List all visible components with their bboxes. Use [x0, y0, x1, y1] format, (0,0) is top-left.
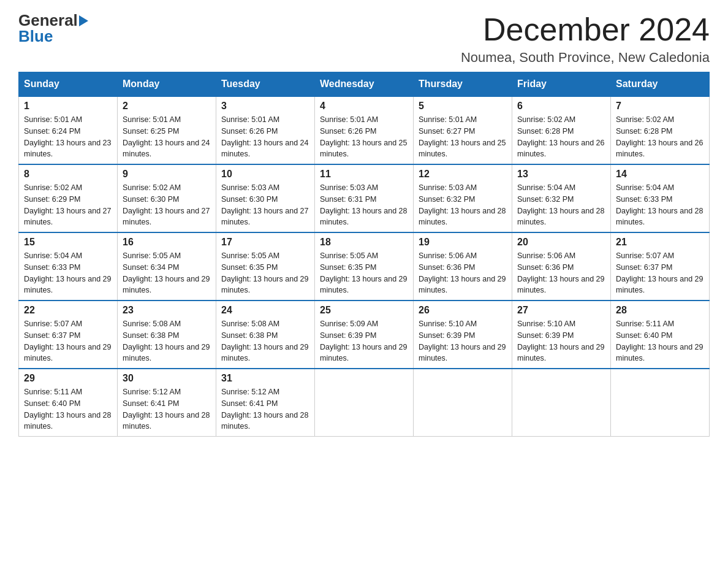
day-number: 22 [24, 305, 112, 316]
day-cell: 4Sunrise: 5:01 AMSunset: 6:26 PMDaylight… [315, 96, 414, 164]
day-sun-info: Sunrise: 5:03 AMSunset: 6:32 PMDaylight:… [419, 182, 507, 228]
page-header: General Blue December 2024 Noumea, South… [18, 12, 710, 66]
day-cell: 24Sunrise: 5:08 AMSunset: 6:38 PMDayligh… [216, 301, 315, 369]
calendar-week-row: 1Sunrise: 5:01 AMSunset: 6:24 PMDaylight… [19, 96, 710, 164]
day-sun-info: Sunrise: 5:04 AMSunset: 6:33 PMDaylight:… [24, 250, 112, 296]
day-sun-info: Sunrise: 5:12 AMSunset: 6:41 PMDaylight:… [123, 386, 211, 432]
day-number: 19 [419, 237, 507, 248]
day-sun-info: Sunrise: 5:01 AMSunset: 6:26 PMDaylight:… [320, 114, 408, 160]
empty-day-cell [315, 369, 414, 437]
day-cell: 27Sunrise: 5:10 AMSunset: 6:39 PMDayligh… [512, 301, 611, 369]
day-cell: 8Sunrise: 5:02 AMSunset: 6:29 PMDaylight… [19, 164, 118, 232]
day-number: 2 [123, 101, 211, 112]
calendar-week-row: 8Sunrise: 5:02 AMSunset: 6:29 PMDaylight… [19, 164, 710, 232]
day-number: 10 [221, 169, 309, 180]
day-sun-info: Sunrise: 5:08 AMSunset: 6:38 PMDaylight:… [123, 318, 211, 364]
day-cell: 7Sunrise: 5:02 AMSunset: 6:28 PMDaylight… [611, 96, 710, 164]
day-cell: 23Sunrise: 5:08 AMSunset: 6:38 PMDayligh… [118, 301, 216, 369]
day-cell: 2Sunrise: 5:01 AMSunset: 6:25 PMDaylight… [118, 96, 216, 164]
logo-general-text: General [18, 12, 78, 28]
day-cell: 20Sunrise: 5:06 AMSunset: 6:36 PMDayligh… [512, 232, 611, 301]
day-sun-info: Sunrise: 5:10 AMSunset: 6:39 PMDaylight:… [419, 318, 507, 364]
day-cell: 19Sunrise: 5:06 AMSunset: 6:36 PMDayligh… [414, 232, 512, 301]
calendar-week-row: 29Sunrise: 5:11 AMSunset: 6:40 PMDayligh… [19, 369, 710, 437]
logo-blue-text: Blue [18, 27, 53, 45]
logo-arrow-icon [79, 15, 88, 26]
day-sun-info: Sunrise: 5:11 AMSunset: 6:40 PMDaylight:… [616, 318, 704, 364]
day-number: 30 [123, 373, 211, 384]
day-number: 29 [24, 373, 112, 384]
day-sun-info: Sunrise: 5:01 AMSunset: 6:27 PMDaylight:… [419, 114, 507, 160]
day-number: 21 [616, 237, 704, 248]
day-cell: 26Sunrise: 5:10 AMSunset: 6:39 PMDayligh… [414, 301, 512, 369]
day-number: 7 [616, 101, 704, 112]
day-number: 13 [517, 169, 605, 180]
logo: General Blue [18, 12, 88, 44]
col-tuesday: Tuesday [216, 72, 315, 97]
day-sun-info: Sunrise: 5:07 AMSunset: 6:37 PMDaylight:… [24, 318, 112, 364]
day-cell: 31Sunrise: 5:12 AMSunset: 6:41 PMDayligh… [216, 369, 315, 437]
day-number: 23 [123, 305, 211, 316]
day-sun-info: Sunrise: 5:04 AMSunset: 6:32 PMDaylight:… [517, 182, 605, 228]
col-thursday: Thursday [414, 72, 512, 97]
day-number: 31 [221, 373, 309, 384]
day-number: 8 [24, 169, 112, 180]
empty-day-cell [611, 369, 710, 437]
day-cell: 16Sunrise: 5:05 AMSunset: 6:34 PMDayligh… [118, 232, 216, 301]
day-number: 26 [419, 305, 507, 316]
day-cell: 3Sunrise: 5:01 AMSunset: 6:26 PMDaylight… [216, 96, 315, 164]
month-year-title: December 2024 [461, 12, 710, 47]
day-cell: 13Sunrise: 5:04 AMSunset: 6:32 PMDayligh… [512, 164, 611, 232]
col-wednesday: Wednesday [315, 72, 414, 97]
day-sun-info: Sunrise: 5:07 AMSunset: 6:37 PMDaylight:… [616, 250, 704, 296]
day-cell: 1Sunrise: 5:01 AMSunset: 6:24 PMDaylight… [19, 96, 118, 164]
calendar-week-row: 15Sunrise: 5:04 AMSunset: 6:33 PMDayligh… [19, 232, 710, 301]
day-number: 4 [320, 101, 408, 112]
day-cell: 28Sunrise: 5:11 AMSunset: 6:40 PMDayligh… [611, 301, 710, 369]
day-sun-info: Sunrise: 5:02 AMSunset: 6:28 PMDaylight:… [616, 114, 704, 160]
day-sun-info: Sunrise: 5:02 AMSunset: 6:29 PMDaylight:… [24, 182, 112, 228]
day-number: 3 [221, 101, 309, 112]
day-sun-info: Sunrise: 5:06 AMSunset: 6:36 PMDaylight:… [419, 250, 507, 296]
day-sun-info: Sunrise: 5:01 AMSunset: 6:24 PMDaylight:… [24, 114, 112, 160]
day-sun-info: Sunrise: 5:05 AMSunset: 6:35 PMDaylight:… [320, 250, 408, 296]
day-number: 14 [616, 169, 704, 180]
day-cell: 11Sunrise: 5:03 AMSunset: 6:31 PMDayligh… [315, 164, 414, 232]
day-cell: 25Sunrise: 5:09 AMSunset: 6:39 PMDayligh… [315, 301, 414, 369]
day-number: 16 [123, 237, 211, 248]
day-number: 11 [320, 169, 408, 180]
day-cell: 6Sunrise: 5:02 AMSunset: 6:28 PMDaylight… [512, 96, 611, 164]
day-sun-info: Sunrise: 5:01 AMSunset: 6:26 PMDaylight:… [221, 114, 309, 160]
day-number: 28 [616, 305, 704, 316]
day-number: 25 [320, 305, 408, 316]
location-subtitle: Noumea, South Province, New Caledonia [461, 50, 710, 66]
day-cell: 14Sunrise: 5:04 AMSunset: 6:33 PMDayligh… [611, 164, 710, 232]
day-sun-info: Sunrise: 5:01 AMSunset: 6:25 PMDaylight:… [123, 114, 211, 160]
calendar-header-row: Sunday Monday Tuesday Wednesday Thursday… [19, 72, 710, 97]
day-cell: 22Sunrise: 5:07 AMSunset: 6:37 PMDayligh… [19, 301, 118, 369]
day-sun-info: Sunrise: 5:08 AMSunset: 6:38 PMDaylight:… [221, 318, 309, 364]
calendar-week-row: 22Sunrise: 5:07 AMSunset: 6:37 PMDayligh… [19, 301, 710, 369]
col-saturday: Saturday [611, 72, 710, 97]
day-cell: 9Sunrise: 5:02 AMSunset: 6:30 PMDaylight… [118, 164, 216, 232]
title-block: December 2024 Noumea, South Province, Ne… [461, 12, 710, 66]
col-sunday: Sunday [19, 72, 118, 97]
day-number: 5 [419, 101, 507, 112]
day-sun-info: Sunrise: 5:02 AMSunset: 6:30 PMDaylight:… [123, 182, 211, 228]
day-cell: 15Sunrise: 5:04 AMSunset: 6:33 PMDayligh… [19, 232, 118, 301]
day-number: 9 [123, 169, 211, 180]
day-sun-info: Sunrise: 5:04 AMSunset: 6:33 PMDaylight:… [616, 182, 704, 228]
day-number: 6 [517, 101, 605, 112]
day-cell: 30Sunrise: 5:12 AMSunset: 6:41 PMDayligh… [118, 369, 216, 437]
day-sun-info: Sunrise: 5:02 AMSunset: 6:28 PMDaylight:… [517, 114, 605, 160]
empty-day-cell [414, 369, 512, 437]
day-cell: 18Sunrise: 5:05 AMSunset: 6:35 PMDayligh… [315, 232, 414, 301]
calendar-table: Sunday Monday Tuesday Wednesday Thursday… [18, 72, 710, 437]
day-cell: 5Sunrise: 5:01 AMSunset: 6:27 PMDaylight… [414, 96, 512, 164]
day-sun-info: Sunrise: 5:12 AMSunset: 6:41 PMDaylight:… [221, 386, 309, 432]
day-cell: 17Sunrise: 5:05 AMSunset: 6:35 PMDayligh… [216, 232, 315, 301]
day-sun-info: Sunrise: 5:05 AMSunset: 6:34 PMDaylight:… [123, 250, 211, 296]
col-friday: Friday [512, 72, 611, 97]
day-cell: 29Sunrise: 5:11 AMSunset: 6:40 PMDayligh… [19, 369, 118, 437]
col-monday: Monday [118, 72, 216, 97]
